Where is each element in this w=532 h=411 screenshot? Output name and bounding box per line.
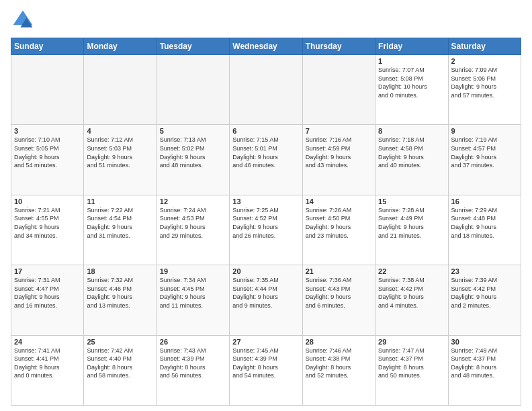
weekday-header-monday: Monday bbox=[84, 38, 157, 55]
calendar-cell-4-5: 29Sunrise: 7:47 AM Sunset: 4:37 PM Dayli… bbox=[375, 335, 448, 405]
logo bbox=[11, 8, 38, 32]
day-number: 5 bbox=[160, 127, 226, 135]
calendar-cell-0-3 bbox=[230, 55, 302, 125]
calendar-cell-0-6: 2Sunrise: 7:09 AM Sunset: 5:06 PM Daylig… bbox=[448, 55, 521, 125]
week-row-2: 10Sunrise: 7:21 AM Sunset: 4:55 PM Dayli… bbox=[11, 195, 521, 265]
calendar-cell-0-2 bbox=[157, 55, 229, 125]
day-info: Sunrise: 7:22 AM Sunset: 4:54 PM Dayligh… bbox=[87, 206, 153, 240]
day-number: 18 bbox=[87, 267, 153, 275]
calendar-cell-3-0: 17Sunrise: 7:31 AM Sunset: 4:47 PM Dayli… bbox=[11, 265, 84, 335]
week-row-3: 17Sunrise: 7:31 AM Sunset: 4:47 PM Dayli… bbox=[11, 265, 521, 335]
day-number: 22 bbox=[378, 267, 445, 275]
day-number: 8 bbox=[378, 127, 445, 135]
day-number: 23 bbox=[451, 267, 518, 275]
calendar-cell-2-6: 16Sunrise: 7:29 AM Sunset: 4:48 PM Dayli… bbox=[448, 195, 521, 265]
week-row-1: 3Sunrise: 7:10 AM Sunset: 5:05 PM Daylig… bbox=[11, 125, 521, 195]
day-info: Sunrise: 7:19 AM Sunset: 4:57 PM Dayligh… bbox=[451, 136, 518, 169]
calendar-cell-4-3: 27Sunrise: 7:45 AM Sunset: 4:39 PM Dayli… bbox=[230, 335, 302, 405]
day-number: 15 bbox=[378, 197, 445, 205]
day-number: 9 bbox=[451, 127, 518, 135]
day-number: 12 bbox=[160, 197, 226, 205]
calendar-cell-2-2: 12Sunrise: 7:24 AM Sunset: 4:53 PM Dayli… bbox=[157, 195, 229, 265]
calendar-cell-0-1 bbox=[84, 55, 157, 125]
calendar-cell-1-1: 4Sunrise: 7:12 AM Sunset: 5:03 PM Daylig… bbox=[84, 125, 157, 195]
calendar-cell-2-0: 10Sunrise: 7:21 AM Sunset: 4:55 PM Dayli… bbox=[11, 195, 84, 265]
day-info: Sunrise: 7:46 AM Sunset: 4:38 PM Dayligh… bbox=[306, 347, 372, 380]
calendar-cell-1-4: 7Sunrise: 7:16 AM Sunset: 4:59 PM Daylig… bbox=[302, 125, 375, 195]
day-number: 19 bbox=[160, 267, 226, 275]
calendar-cell-0-5: 1Sunrise: 7:07 AM Sunset: 5:08 PM Daylig… bbox=[375, 55, 448, 125]
calendar-cell-0-0 bbox=[11, 55, 84, 125]
day-number: 7 bbox=[306, 127, 372, 135]
day-info: Sunrise: 7:29 AM Sunset: 4:48 PM Dayligh… bbox=[451, 206, 518, 240]
calendar-cell-3-5: 22Sunrise: 7:38 AM Sunset: 4:42 PM Dayli… bbox=[375, 265, 448, 335]
day-number: 21 bbox=[306, 267, 372, 275]
day-number: 14 bbox=[306, 197, 372, 205]
day-info: Sunrise: 7:35 AM Sunset: 4:44 PM Dayligh… bbox=[232, 276, 299, 310]
day-info: Sunrise: 7:45 AM Sunset: 4:39 PM Dayligh… bbox=[232, 347, 299, 380]
calendar-cell-0-4 bbox=[302, 55, 375, 125]
day-info: Sunrise: 7:25 AM Sunset: 4:52 PM Dayligh… bbox=[232, 206, 299, 240]
day-number: 11 bbox=[87, 197, 153, 205]
calendar-cell-2-5: 15Sunrise: 7:28 AM Sunset: 4:49 PM Dayli… bbox=[375, 195, 448, 265]
header bbox=[11, 8, 521, 32]
page: SundayMondayTuesdayWednesdayThursdayFrid… bbox=[0, 0, 532, 411]
day-number: 28 bbox=[306, 338, 372, 346]
day-info: Sunrise: 7:09 AM Sunset: 5:06 PM Dayligh… bbox=[451, 66, 518, 99]
calendar-cell-3-6: 23Sunrise: 7:39 AM Sunset: 4:42 PM Dayli… bbox=[448, 265, 521, 335]
calendar-cell-2-4: 14Sunrise: 7:26 AM Sunset: 4:50 PM Dayli… bbox=[302, 195, 375, 265]
day-number: 24 bbox=[14, 338, 81, 346]
day-info: Sunrise: 7:41 AM Sunset: 4:41 PM Dayligh… bbox=[14, 347, 81, 380]
day-number: 25 bbox=[87, 338, 153, 346]
day-info: Sunrise: 7:42 AM Sunset: 4:40 PM Dayligh… bbox=[87, 347, 153, 380]
day-number: 10 bbox=[14, 197, 81, 205]
day-info: Sunrise: 7:31 AM Sunset: 4:47 PM Dayligh… bbox=[14, 276, 81, 310]
day-info: Sunrise: 7:26 AM Sunset: 4:50 PM Dayligh… bbox=[306, 206, 372, 240]
calendar-cell-4-6: 30Sunrise: 7:48 AM Sunset: 4:37 PM Dayli… bbox=[448, 335, 521, 405]
weekday-header-saturday: Saturday bbox=[448, 38, 521, 55]
day-info: Sunrise: 7:47 AM Sunset: 4:37 PM Dayligh… bbox=[378, 347, 445, 380]
calendar-table: SundayMondayTuesdayWednesdayThursdayFrid… bbox=[11, 38, 521, 406]
calendar-cell-3-2: 19Sunrise: 7:34 AM Sunset: 4:45 PM Dayli… bbox=[157, 265, 229, 335]
calendar-cell-1-3: 6Sunrise: 7:15 AM Sunset: 5:01 PM Daylig… bbox=[230, 125, 302, 195]
day-info: Sunrise: 7:34 AM Sunset: 4:45 PM Dayligh… bbox=[160, 276, 226, 310]
calendar-cell-1-6: 9Sunrise: 7:19 AM Sunset: 4:57 PM Daylig… bbox=[448, 125, 521, 195]
calendar-cell-4-1: 25Sunrise: 7:42 AM Sunset: 4:40 PM Dayli… bbox=[84, 335, 157, 405]
day-number: 4 bbox=[87, 127, 153, 135]
calendar-cell-1-2: 5Sunrise: 7:13 AM Sunset: 5:02 PM Daylig… bbox=[157, 125, 229, 195]
calendar-cell-3-1: 18Sunrise: 7:32 AM Sunset: 4:46 PM Dayli… bbox=[84, 265, 157, 335]
day-number: 1 bbox=[378, 57, 445, 65]
weekday-header-wednesday: Wednesday bbox=[230, 38, 302, 55]
calendar-cell-4-2: 26Sunrise: 7:43 AM Sunset: 4:39 PM Dayli… bbox=[157, 335, 229, 405]
calendar-cell-2-1: 11Sunrise: 7:22 AM Sunset: 4:54 PM Dayli… bbox=[84, 195, 157, 265]
calendar-cell-4-4: 28Sunrise: 7:46 AM Sunset: 4:38 PM Dayli… bbox=[302, 335, 375, 405]
day-info: Sunrise: 7:28 AM Sunset: 4:49 PM Dayligh… bbox=[378, 206, 445, 240]
day-number: 26 bbox=[160, 338, 226, 346]
day-number: 6 bbox=[232, 127, 299, 135]
day-info: Sunrise: 7:07 AM Sunset: 5:08 PM Dayligh… bbox=[378, 66, 445, 99]
weekday-header-row: SundayMondayTuesdayWednesdayThursdayFrid… bbox=[11, 38, 521, 55]
day-info: Sunrise: 7:12 AM Sunset: 5:03 PM Dayligh… bbox=[87, 136, 153, 169]
logo-icon bbox=[11, 8, 35, 32]
day-info: Sunrise: 7:39 AM Sunset: 4:42 PM Dayligh… bbox=[451, 276, 518, 310]
day-info: Sunrise: 7:24 AM Sunset: 4:53 PM Dayligh… bbox=[160, 206, 226, 240]
day-info: Sunrise: 7:21 AM Sunset: 4:55 PM Dayligh… bbox=[14, 206, 81, 240]
day-info: Sunrise: 7:36 AM Sunset: 4:43 PM Dayligh… bbox=[306, 276, 372, 310]
day-number: 17 bbox=[14, 267, 81, 275]
day-number: 3 bbox=[14, 127, 81, 135]
day-number: 20 bbox=[232, 267, 299, 275]
day-number: 29 bbox=[378, 338, 445, 346]
week-row-0: 1Sunrise: 7:07 AM Sunset: 5:08 PM Daylig… bbox=[11, 55, 521, 125]
day-info: Sunrise: 7:16 AM Sunset: 4:59 PM Dayligh… bbox=[306, 136, 372, 169]
day-number: 2 bbox=[451, 57, 518, 65]
week-row-4: 24Sunrise: 7:41 AM Sunset: 4:41 PM Dayli… bbox=[11, 335, 521, 405]
calendar-cell-1-5: 8Sunrise: 7:18 AM Sunset: 4:58 PM Daylig… bbox=[375, 125, 448, 195]
day-number: 16 bbox=[451, 197, 518, 205]
day-info: Sunrise: 7:43 AM Sunset: 4:39 PM Dayligh… bbox=[160, 347, 226, 380]
calendar-cell-2-3: 13Sunrise: 7:25 AM Sunset: 4:52 PM Dayli… bbox=[230, 195, 302, 265]
day-info: Sunrise: 7:32 AM Sunset: 4:46 PM Dayligh… bbox=[87, 276, 153, 310]
calendar-cell-3-4: 21Sunrise: 7:36 AM Sunset: 4:43 PM Dayli… bbox=[302, 265, 375, 335]
calendar-cell-1-0: 3Sunrise: 7:10 AM Sunset: 5:05 PM Daylig… bbox=[11, 125, 84, 195]
weekday-header-friday: Friday bbox=[375, 38, 448, 55]
calendar-cell-3-3: 20Sunrise: 7:35 AM Sunset: 4:44 PM Dayli… bbox=[230, 265, 302, 335]
